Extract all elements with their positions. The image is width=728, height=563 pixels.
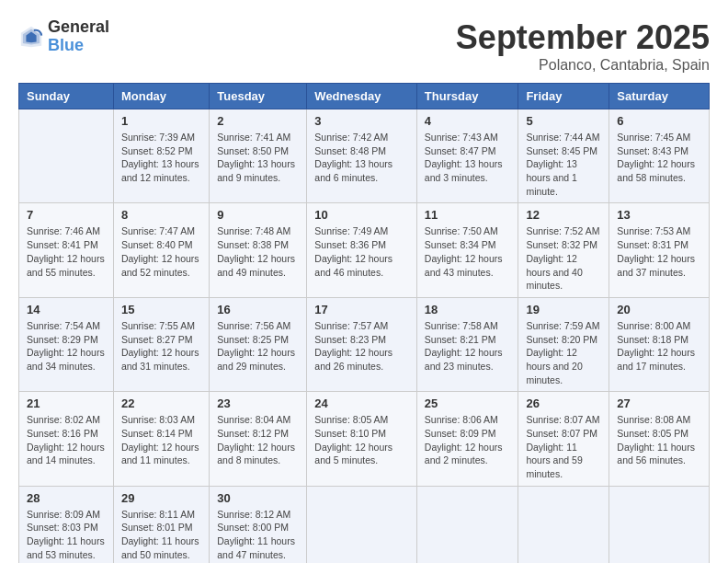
calendar-table: SundayMondayTuesdayWednesdayThursdayFrid…: [18, 83, 710, 563]
date-number: 14: [27, 303, 106, 316]
day-header-tuesday: Tuesday: [210, 84, 307, 109]
date-cell: 23Sunrise: 8:04 AMSunset: 8:12 PMDayligh…: [210, 392, 307, 486]
cell-info: Sunrise: 7:50 AMSunset: 8:34 PMDaylight:…: [425, 224, 511, 279]
date-number: 30: [217, 491, 299, 505]
cell-info: Sunrise: 7:53 AMSunset: 8:31 PMDaylight:…: [617, 224, 701, 279]
date-number: 24: [314, 396, 409, 410]
cell-info: Sunrise: 7:44 AMSunset: 8:45 PMDaylight:…: [526, 131, 601, 198]
date-number: 12: [526, 208, 601, 222]
day-header-friday: Friday: [518, 84, 609, 109]
date-number: 8: [121, 208, 201, 222]
date-number: 15: [121, 303, 201, 316]
date-number: 27: [617, 396, 701, 410]
day-header-wednesday: Wednesday: [307, 84, 417, 109]
day-header-thursday: Thursday: [416, 84, 518, 109]
date-number: 2: [217, 114, 299, 128]
week-row-2: 7Sunrise: 7:46 AMSunset: 8:41 PMDaylight…: [19, 203, 710, 297]
cell-info: Sunrise: 8:02 AMSunset: 8:16 PMDaylight:…: [27, 413, 106, 467]
header-row: SundayMondayTuesdayWednesdayThursdayFrid…: [19, 84, 710, 109]
logo-text: General Blue: [48, 18, 109, 55]
date-cell: 12Sunrise: 7:52 AMSunset: 8:32 PMDayligh…: [518, 203, 609, 297]
date-cell: 25Sunrise: 8:06 AMSunset: 8:09 PMDayligh…: [416, 392, 518, 486]
cell-info: Sunrise: 7:59 AMSunset: 8:20 PMDaylight:…: [526, 319, 601, 386]
date-cell: 26Sunrise: 8:07 AMSunset: 8:07 PMDayligh…: [518, 392, 609, 486]
cell-info: Sunrise: 8:05 AMSunset: 8:10 PMDaylight:…: [314, 413, 409, 467]
date-cell: 9Sunrise: 7:48 AMSunset: 8:38 PMDaylight…: [210, 203, 307, 297]
cell-info: Sunrise: 8:11 AMSunset: 8:01 PMDaylight:…: [121, 508, 201, 562]
cell-info: Sunrise: 8:07 AMSunset: 8:07 PMDaylight:…: [526, 413, 601, 480]
date-number: 23: [217, 396, 299, 410]
cell-info: Sunrise: 7:39 AMSunset: 8:52 PMDaylight:…: [121, 131, 201, 185]
date-number: 3: [314, 114, 409, 128]
date-number: 13: [617, 208, 701, 222]
date-cell: 27Sunrise: 8:08 AMSunset: 8:05 PMDayligh…: [609, 392, 710, 486]
date-number: 17: [314, 303, 409, 316]
month-title: September 2025: [456, 18, 710, 57]
title-section: September 2025 Polanco, Cantabria, Spain: [456, 18, 710, 74]
date-number: 6: [617, 114, 701, 128]
date-cell: [518, 486, 609, 563]
date-cell: 7Sunrise: 7:46 AMSunset: 8:41 PMDaylight…: [19, 203, 114, 297]
date-cell: [609, 486, 710, 563]
cell-info: Sunrise: 7:46 AMSunset: 8:41 PMDaylight:…: [27, 224, 106, 279]
cell-info: Sunrise: 7:58 AMSunset: 8:21 PMDaylight:…: [425, 319, 511, 373]
logo-icon: [18, 24, 44, 50]
cell-info: Sunrise: 7:56 AMSunset: 8:25 PMDaylight:…: [217, 319, 299, 373]
date-number: 5: [526, 114, 601, 128]
cell-info: Sunrise: 7:47 AMSunset: 8:40 PMDaylight:…: [121, 224, 201, 279]
date-cell: 20Sunrise: 8:00 AMSunset: 8:18 PMDayligh…: [609, 297, 710, 391]
date-number: 1: [121, 114, 201, 128]
date-cell: 22Sunrise: 8:03 AMSunset: 8:14 PMDayligh…: [113, 392, 209, 486]
week-row-1: 1Sunrise: 7:39 AMSunset: 8:52 PMDaylight…: [19, 109, 710, 203]
cell-info: Sunrise: 7:55 AMSunset: 8:27 PMDaylight:…: [121, 319, 201, 373]
date-number: 7: [27, 208, 106, 222]
day-header-monday: Monday: [113, 84, 209, 109]
cell-info: Sunrise: 7:52 AMSunset: 8:32 PMDaylight:…: [526, 224, 601, 292]
date-cell: 10Sunrise: 7:49 AMSunset: 8:36 PMDayligh…: [307, 203, 417, 297]
date-cell: 8Sunrise: 7:47 AMSunset: 8:40 PMDaylight…: [113, 203, 209, 297]
date-cell: [416, 486, 518, 563]
cell-info: Sunrise: 7:41 AMSunset: 8:50 PMDaylight:…: [217, 131, 299, 185]
day-header-saturday: Saturday: [609, 84, 710, 109]
date-number: 21: [27, 396, 106, 410]
cell-info: Sunrise: 8:08 AMSunset: 8:05 PMDaylight:…: [617, 413, 701, 467]
date-cell: 19Sunrise: 7:59 AMSunset: 8:20 PMDayligh…: [518, 297, 609, 391]
cell-info: Sunrise: 7:54 AMSunset: 8:29 PMDaylight:…: [27, 319, 106, 373]
date-cell: 18Sunrise: 7:58 AMSunset: 8:21 PMDayligh…: [416, 297, 518, 391]
cell-info: Sunrise: 8:09 AMSunset: 8:03 PMDaylight:…: [27, 508, 106, 562]
cell-info: Sunrise: 8:03 AMSunset: 8:14 PMDaylight:…: [121, 413, 201, 467]
date-cell: 5Sunrise: 7:44 AMSunset: 8:45 PMDaylight…: [518, 109, 609, 203]
week-row-4: 21Sunrise: 8:02 AMSunset: 8:16 PMDayligh…: [19, 392, 710, 486]
date-number: 18: [425, 303, 511, 316]
date-number: 16: [217, 303, 299, 316]
date-number: 10: [314, 208, 409, 222]
date-cell: 4Sunrise: 7:43 AMSunset: 8:47 PMDaylight…: [416, 109, 518, 203]
week-row-3: 14Sunrise: 7:54 AMSunset: 8:29 PMDayligh…: [19, 297, 710, 391]
date-cell: [307, 486, 417, 563]
cell-info: Sunrise: 8:06 AMSunset: 8:09 PMDaylight:…: [425, 413, 511, 467]
date-cell: 14Sunrise: 7:54 AMSunset: 8:29 PMDayligh…: [19, 297, 114, 391]
cell-info: Sunrise: 7:57 AMSunset: 8:23 PMDaylight:…: [314, 319, 409, 373]
cell-info: Sunrise: 8:00 AMSunset: 8:18 PMDaylight:…: [617, 319, 701, 373]
date-cell: 29Sunrise: 8:11 AMSunset: 8:01 PMDayligh…: [113, 486, 209, 563]
cell-info: Sunrise: 7:42 AMSunset: 8:48 PMDaylight:…: [314, 131, 409, 185]
date-cell: 13Sunrise: 7:53 AMSunset: 8:31 PMDayligh…: [609, 203, 710, 297]
cell-info: Sunrise: 7:45 AMSunset: 8:43 PMDaylight:…: [617, 131, 701, 185]
date-cell: 6Sunrise: 7:45 AMSunset: 8:43 PMDaylight…: [609, 109, 710, 203]
date-number: 9: [217, 208, 299, 222]
date-number: 25: [425, 396, 511, 410]
cell-info: Sunrise: 8:12 AMSunset: 8:00 PMDaylight:…: [217, 508, 299, 562]
location: Polanco, Cantabria, Spain: [456, 57, 710, 74]
cell-info: Sunrise: 8:04 AMSunset: 8:12 PMDaylight:…: [217, 413, 299, 467]
date-number: 4: [425, 114, 511, 128]
week-row-5: 28Sunrise: 8:09 AMSunset: 8:03 PMDayligh…: [19, 486, 710, 563]
date-number: 29: [121, 491, 201, 505]
day-header-sunday: Sunday: [19, 84, 114, 109]
date-number: 26: [526, 396, 601, 410]
date-cell: 2Sunrise: 7:41 AMSunset: 8:50 PMDaylight…: [210, 109, 307, 203]
date-cell: 24Sunrise: 8:05 AMSunset: 8:10 PMDayligh…: [307, 392, 417, 486]
date-number: 20: [617, 303, 701, 316]
logo: General Blue: [18, 18, 109, 55]
date-number: 11: [425, 208, 511, 222]
date-cell: 17Sunrise: 7:57 AMSunset: 8:23 PMDayligh…: [307, 297, 417, 391]
